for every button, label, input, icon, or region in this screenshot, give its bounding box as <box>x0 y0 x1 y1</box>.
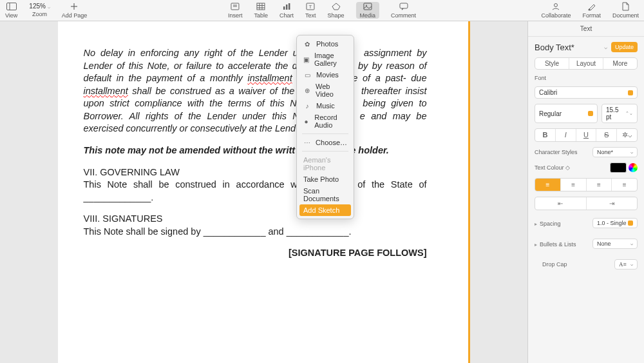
signature-follows: [SIGNATURE PAGE FOLLOWS] <box>84 247 427 260</box>
ellipsis-icon: ⋯ <box>303 139 310 146</box>
page: No delay in enforcing any right of the L… <box>58 21 470 363</box>
menu-web-video[interactable]: ⊕Web Video <box>297 81 354 100</box>
svg-rect-0 <box>6 3 16 10</box>
media-button[interactable]: Media <box>356 2 380 19</box>
menu-separator <box>302 151 348 152</box>
movies-icon: ▭ <box>303 72 311 79</box>
music-icon: ♪ <box>303 103 311 110</box>
menu-record-audio[interactable]: ●Record Audio <box>297 112 354 131</box>
heading: VII. GOVERNING LAW <box>84 166 427 179</box>
menu-image-gallery[interactable]: ▣Image Gallery <box>297 50 354 69</box>
indent-segment: ⇤ ⇥ <box>535 197 638 210</box>
inspector-mode-tabs: Style Layout More <box>535 57 638 70</box>
chevron-right-icon: ▸ <box>535 221 537 227</box>
strike-button[interactable]: S <box>596 129 617 141</box>
format-inspector: Text Body Text* ⌵ Update Style Layout Mo… <box>527 21 644 363</box>
text-align-segment: ≡ ≡ ≡ ≡ <box>535 178 638 191</box>
align-center-button[interactable]: ≡ <box>561 179 587 191</box>
tab-style[interactable]: Style <box>535 58 569 69</box>
menu-add-sketch[interactable]: Add Sketch <box>299 204 351 216</box>
chart-button[interactable]: Chart <box>279 2 294 19</box>
spacing-select[interactable]: 1.0 - Single <box>592 218 638 228</box>
italic-button[interactable]: I <box>556 129 576 141</box>
gallery-icon: ▣ <box>303 56 309 63</box>
color-indicator <box>628 221 633 226</box>
menu-separator <box>302 133 348 134</box>
outdent-button[interactable]: ⇤ <box>535 197 587 210</box>
menu-device-header: Aeman's iPhone <box>297 154 354 173</box>
dropcap-row[interactable]: Drop Cap A≡⌵ <box>535 257 638 272</box>
media-dropdown: ✿Photos ▣Image Gallery ▭Movies ⊕Web Vide… <box>296 35 354 219</box>
heading: VIII. SIGNATURES <box>84 213 427 226</box>
svg-point-22 <box>554 4 558 7</box>
table-button[interactable]: Table <box>254 2 268 19</box>
spacing-row[interactable]: ▸Spacing 1.0 - Single <box>535 215 638 231</box>
font-family-select[interactable]: Calibri <box>535 86 638 99</box>
shape-button[interactable]: Shape <box>328 2 345 19</box>
chart-icon <box>281 2 292 11</box>
menu-scan-documents[interactable]: Scan Documents <box>297 185 354 204</box>
menu-music[interactable]: ♪Music <box>297 100 354 112</box>
comment-icon <box>399 2 409 11</box>
plus-icon <box>69 2 79 11</box>
view-button[interactable]: View <box>5 2 17 19</box>
color-indicator <box>588 111 593 116</box>
svg-rect-14 <box>289 3 290 10</box>
tab-more[interactable]: More <box>603 58 637 69</box>
sidebar-icon <box>6 2 17 11</box>
indent-button[interactable]: ⇥ <box>587 197 638 210</box>
menu-photos[interactable]: ✿Photos <box>297 38 354 50</box>
bullets-select[interactable]: None⌵ <box>592 239 638 249</box>
char-styles-label: Character Styles <box>535 149 578 155</box>
chevron-down-icon[interactable]: ⌵ <box>604 44 607 50</box>
brush-icon <box>587 2 597 11</box>
insert-button[interactable]: Insert <box>228 2 243 19</box>
zoom-control[interactable]: 125% ⌵ Zoom <box>29 3 50 17</box>
collaborate-button[interactable]: Collaborate <box>541 2 571 19</box>
svg-text:T: T <box>309 4 312 10</box>
color-indicator <box>628 90 633 95</box>
font-section-label: Font <box>535 75 638 81</box>
table-icon <box>256 2 266 11</box>
svg-marker-21 <box>402 8 404 10</box>
align-left-button[interactable]: ≡ <box>535 179 561 191</box>
svg-rect-20 <box>400 3 408 8</box>
font-options-button[interactable]: ✲⌵ <box>617 129 637 141</box>
align-justify-button[interactable]: ≡ <box>612 179 637 191</box>
text-colour-label: Text Colour ◇ <box>535 164 570 171</box>
text-colour-swatch[interactable] <box>610 162 627 173</box>
underline-button[interactable]: U <box>576 129 597 141</box>
document-button[interactable]: Document <box>612 2 639 19</box>
insert-icon <box>230 2 240 11</box>
tab-layout[interactable]: Layout <box>569 58 603 69</box>
bullets-row[interactable]: ▸Bullets & Lists None⌵ <box>535 236 638 251</box>
bold-button[interactable]: B <box>535 129 556 141</box>
char-styles-select[interactable]: None*⌵ <box>592 147 638 157</box>
menu-movies[interactable]: ▭Movies <box>297 69 354 81</box>
font-size-stepper[interactable]: 15.5 pt⌃⌄ <box>601 104 638 123</box>
paragraph-style-name[interactable]: Body Text* <box>535 43 600 52</box>
colour-picker-button[interactable] <box>629 163 638 172</box>
body-paragraph: This Note shall be signed by ___________… <box>84 226 427 239</box>
svg-rect-18 <box>364 3 372 10</box>
dropcap-select[interactable]: A≡⌵ <box>614 259 638 270</box>
add-page-button[interactable]: Add Page <box>62 2 88 19</box>
update-style-button[interactable]: Update <box>611 42 638 52</box>
svg-rect-12 <box>283 6 285 10</box>
menu-take-photo[interactable]: Take Photo <box>297 173 354 185</box>
svg-point-19 <box>366 5 367 6</box>
align-right-button[interactable]: ≡ <box>587 179 612 191</box>
comment-button[interactable]: Comment <box>391 2 416 19</box>
text-icon: T <box>305 2 316 11</box>
svg-rect-7 <box>257 3 265 10</box>
body-paragraph: No delay in enforcing any right of the L… <box>84 47 427 135</box>
document-canvas[interactable]: No delay in enforcing any right of the L… <box>0 21 527 363</box>
inspector-tab-text[interactable]: Text <box>528 21 644 37</box>
body-paragraph: This note may not be amended without the… <box>84 144 427 157</box>
collaborate-icon <box>551 2 561 11</box>
menu-choose[interactable]: ⋯Choose… <box>297 137 354 148</box>
text-button[interactable]: TText <box>305 2 316 19</box>
top-toolbar: View 125% ⌵ Zoom Add Page Insert Table C… <box>0 0 644 21</box>
format-button[interactable]: Format <box>582 2 601 19</box>
font-weight-select[interactable]: Regular <box>535 104 598 123</box>
